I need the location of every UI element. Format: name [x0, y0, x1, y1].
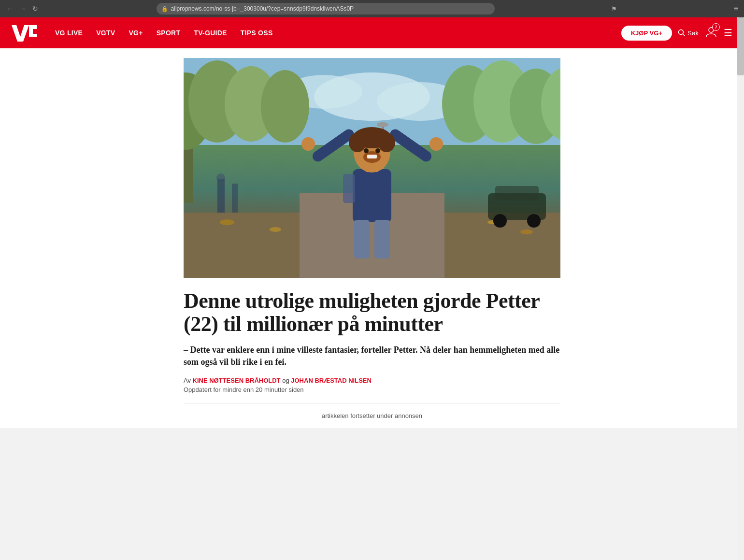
- author-connector: og: [282, 377, 291, 384]
- lock-icon: 🔒: [161, 6, 168, 12]
- nav-links: VG LIVE VGTV VG+ SPORT TV-GUIDE TIPS OSS: [48, 17, 621, 48]
- article-hero-image: [184, 58, 560, 278]
- hero-image-svg: [184, 58, 560, 278]
- nav-vg-live[interactable]: VG LIVE: [48, 17, 89, 48]
- article-image-wrap: [184, 58, 560, 278]
- search-icon: [678, 29, 686, 37]
- meta-prefix: Av: [184, 377, 193, 384]
- svg-point-24: [520, 230, 533, 234]
- svg-rect-49: [343, 174, 355, 203]
- svg-rect-30: [495, 186, 539, 201]
- main-nav: VG LIVE VGTV VG+ SPORT TV-GUIDE TIPS OSS…: [0, 17, 744, 48]
- article-headline: Denne utrolige muligheten gjorde Petter …: [184, 289, 560, 336]
- svg-point-2: [678, 30, 683, 35]
- nav-tips-oss[interactable]: TIPS OSS: [234, 17, 280, 48]
- svg-rect-26: [217, 179, 225, 213]
- user-badge: 7: [712, 23, 720, 31]
- svg-point-34: [377, 122, 388, 127]
- reload-button[interactable]: ↻: [31, 4, 40, 13]
- bookmark-button[interactable]: ⚑: [611, 5, 617, 13]
- svg-point-13: [261, 70, 309, 143]
- svg-rect-46: [367, 155, 377, 158]
- scrollbar-thumb[interactable]: [737, 17, 744, 75]
- nav-vgplus[interactable]: VG+: [122, 17, 149, 48]
- svg-marker-0: [12, 25, 29, 42]
- svg-rect-51: [374, 220, 390, 258]
- url-text: allpropnews.com/no-ss-jb--_300300u/?cep=…: [171, 5, 490, 12]
- svg-point-38: [301, 137, 315, 151]
- svg-line-3: [683, 34, 685, 36]
- scrollbar[interactable]: [737, 17, 744, 428]
- article-timestamp: Oppdatert for mindre enn 20 minutter sid…: [184, 386, 560, 393]
- address-bar[interactable]: 🔒 allpropnews.com/no-ss-jb--_300300u/?ce…: [157, 3, 495, 14]
- nav-right: KJØP VG+ Søk 7 ☰: [621, 25, 732, 41]
- svg-point-20: [270, 227, 281, 232]
- nav-sport[interactable]: SPORT: [150, 17, 187, 48]
- forward-button[interactable]: →: [18, 4, 27, 13]
- svg-point-27: [216, 173, 225, 182]
- browser-chrome: ← → ↻ 🔒 allpropnews.com/no-ss-jb--_30030…: [0, 0, 744, 17]
- vg-logo-svg: [12, 23, 37, 43]
- article-meta: Av KINE NØTTESEN BRÅHOLDT og JOHAN BRÆST…: [184, 377, 560, 384]
- svg-point-44: [378, 133, 395, 152]
- back-button[interactable]: ←: [6, 4, 14, 13]
- svg-point-47: [364, 148, 369, 153]
- svg-point-19: [220, 219, 234, 225]
- user-icon-wrap[interactable]: 7: [704, 25, 718, 41]
- search-area[interactable]: Søk: [678, 29, 699, 37]
- author1-link[interactable]: KINE NØTTESEN BRÅHOLDT: [193, 377, 281, 384]
- svg-rect-28: [232, 184, 238, 213]
- kjop-vgplus-button[interactable]: KJØP VG+: [621, 26, 672, 41]
- browser-menu-button[interactable]: ≡: [734, 4, 738, 13]
- svg-point-31: [493, 214, 507, 228]
- svg-rect-35: [353, 169, 391, 222]
- svg-point-48: [375, 148, 380, 153]
- svg-rect-1: [33, 32, 37, 34]
- nav-vgtv[interactable]: VGTV: [89, 17, 122, 48]
- search-label: Søk: [687, 29, 699, 37]
- author2-link[interactable]: JOHAN BRÆSTAD NILSEN: [291, 377, 372, 384]
- article-container: Denne utrolige muligheten gjorde Petter …: [174, 48, 570, 428]
- article-continues-label: artikkelen fortsetter under annonsen: [184, 403, 560, 428]
- hamburger-menu-button[interactable]: ☰: [724, 27, 732, 39]
- page-content: Denne utrolige muligheten gjorde Petter …: [0, 48, 744, 428]
- article-subheadline: – Dette var enklere enn i mine villeste …: [184, 344, 560, 368]
- svg-point-43: [349, 133, 366, 152]
- svg-rect-50: [354, 220, 370, 258]
- nav-tv-guide[interactable]: TV-GUIDE: [187, 17, 233, 48]
- svg-point-32: [527, 214, 541, 228]
- vg-logo[interactable]: [12, 23, 37, 43]
- svg-point-39: [429, 137, 443, 151]
